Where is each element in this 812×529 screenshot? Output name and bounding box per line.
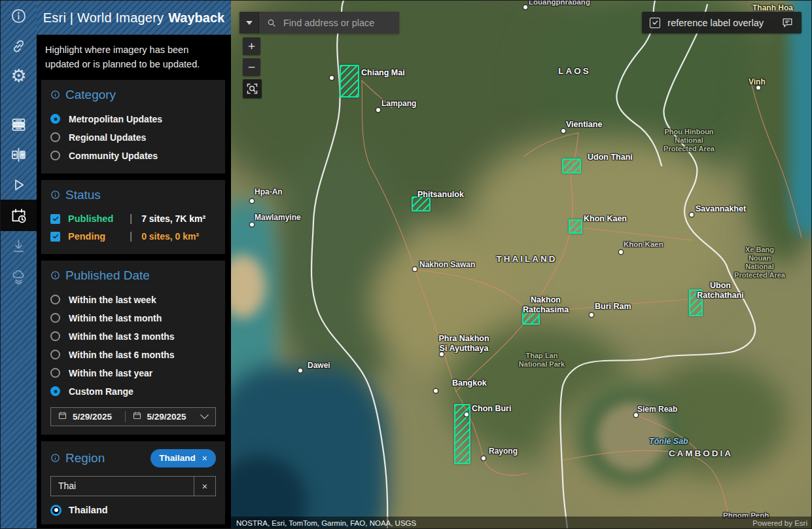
- date-range-picker[interactable]: 5/29/2025 5/29/2025: [50, 407, 216, 426]
- map-label: Vinh: [749, 77, 766, 86]
- date-to-field[interactable]: 5/29/2025: [126, 410, 200, 423]
- category-option[interactable]: Regional Updates: [50, 128, 216, 147]
- radio-selected[interactable]: [50, 114, 60, 124]
- map-search-placeholder: Find address or place: [283, 18, 374, 28]
- rail-play-icon[interactable]: [1, 170, 37, 200]
- map-searchbar: Find address or place: [239, 12, 399, 33]
- map-label: Phitsanulok: [417, 190, 464, 200]
- chip-close-icon[interactable]: ×: [202, 453, 207, 464]
- intro-text: Highlight where imagery has been updated…: [41, 41, 225, 80]
- map-label: Vientiane: [566, 120, 602, 130]
- separator: |: [130, 230, 132, 242]
- published-date-heading: Published Date: [65, 268, 150, 283]
- region-result-label: Thailand: [69, 505, 108, 515]
- category-section: Category Metropolitan UpdatesRegional Up…: [41, 80, 225, 173]
- city-dot: [440, 352, 444, 356]
- map-label: Thap Lan National Park: [519, 352, 565, 369]
- published-date-option[interactable]: Within the last 6 months: [50, 346, 216, 364]
- reference-overlay-checkbox[interactable]: [650, 18, 660, 28]
- check-icon: [652, 19, 659, 26]
- magnify-extent-button[interactable]: [243, 79, 262, 98]
- category-options: Metropolitan UpdatesRegional UpdatesComm…: [50, 110, 216, 165]
- radio-unselected[interactable]: [50, 151, 60, 160]
- map-label: Rayong: [489, 447, 518, 456]
- info-icon[interactable]: [50, 90, 60, 100]
- published-date-option-label: Within the last 6 months: [69, 350, 175, 360]
- region-chip-thailand[interactable]: Thailand ×: [150, 449, 216, 467]
- rail-info-icon[interactable]: [1, 1, 37, 31]
- region-search-input[interactable]: Thai ×: [50, 476, 216, 496]
- radio-unselected[interactable]: [50, 331, 60, 341]
- published-date-option-label: Within the last 3 months: [69, 331, 175, 342]
- search-icon: [266, 18, 277, 28]
- radio-unselected[interactable]: [50, 368, 60, 378]
- date-from-field[interactable]: 5/29/2025: [51, 410, 125, 423]
- radio-unselected[interactable]: [50, 132, 60, 142]
- radio-unselected[interactable]: [50, 295, 60, 304]
- region-search-value[interactable]: Thai: [51, 481, 194, 491]
- published-date-option[interactable]: Within the last week: [50, 291, 216, 309]
- map-label: Ubon Ratchathani: [697, 281, 744, 301]
- city-dot: [250, 223, 254, 227]
- info-icon[interactable]: [50, 190, 60, 200]
- caret-down-icon: [246, 21, 253, 25]
- city-dot: [590, 313, 593, 317]
- icon-rail: ⚙: [1, 1, 37, 529]
- zoom-in-button[interactable]: +: [243, 37, 260, 55]
- rail-link-icon[interactable]: [1, 31, 37, 61]
- calendar-icon: [58, 410, 67, 423]
- city-dot: [330, 76, 334, 80]
- city-dot: [619, 250, 623, 254]
- city-dot: [634, 413, 638, 417]
- map-label: Phou Hinboun National Protected Area: [663, 128, 715, 153]
- rail-download-icon[interactable]: [1, 231, 37, 261]
- info-icon[interactable]: [50, 270, 60, 280]
- category-option-label: Regional Updates: [69, 132, 146, 143]
- status-value: 0 sites, 0 km²: [141, 231, 199, 242]
- published-date-option[interactable]: Within the last 3 months: [50, 327, 216, 346]
- rail-cloud-layers-icon[interactable]: [1, 261, 37, 291]
- map-label: Khon Kaen: [624, 240, 663, 249]
- radio-selected[interactable]: [50, 505, 62, 516]
- map-label: Siem Reab: [637, 405, 677, 414]
- category-option[interactable]: Metropolitan Updates: [50, 110, 216, 128]
- reference-overlay-bar: reference label overlay: [642, 12, 802, 33]
- reference-overlay-label: reference label overlay: [667, 18, 764, 28]
- region-result-thailand[interactable]: Thailand: [50, 505, 216, 516]
- map-label: Nakhon Sawan: [419, 260, 475, 269]
- status-section: Status Published|7 sites, 7K km²Pending|…: [41, 180, 225, 254]
- published-date-option[interactable]: Within the last month: [50, 309, 216, 327]
- rail-swipe-icon[interactable]: [1, 139, 37, 170]
- published-date-section: Published Date Within the last weekWithi…: [41, 261, 225, 435]
- chevron-down-icon[interactable]: [200, 410, 209, 419]
- published-date-option[interactable]: Within the last year: [50, 364, 216, 382]
- rail-calendar-clock-icon[interactable]: [1, 200, 37, 231]
- city-dot: [690, 213, 694, 217]
- search-source-caret-button[interactable]: [239, 12, 259, 33]
- radio-unselected[interactable]: [50, 350, 60, 359]
- status-checkbox[interactable]: [50, 214, 60, 224]
- filter-panel: Highlight where imagery has been updated…: [37, 35, 231, 529]
- feedback-comment-icon[interactable]: [781, 16, 794, 29]
- chip-label: Thailand: [159, 453, 196, 463]
- calendar-icon: [132, 410, 142, 423]
- info-icon[interactable]: [50, 453, 60, 463]
- zoom-out-button[interactable]: −: [243, 58, 260, 76]
- map-labels-layer: LouangphrabangThanh HoaVinhLAOSChiang Ma…: [231, 1, 812, 529]
- city-dot: [561, 129, 565, 133]
- map-search-input[interactable]: Find address or place: [259, 12, 399, 33]
- published-date-option[interactable]: Custom Range: [50, 382, 216, 401]
- rail-gear-icon[interactable]: ⚙: [1, 61, 37, 91]
- clear-search-icon[interactable]: ×: [194, 477, 215, 496]
- map-canvas[interactable]: LouangphrabangThanh HoaVinhLAOSChiang Ma…: [231, 1, 812, 529]
- status-checkbox[interactable]: [50, 232, 60, 242]
- city-dot: [298, 369, 302, 373]
- radio-unselected[interactable]: [50, 313, 60, 323]
- category-option-label: Metropolitan Updates: [69, 114, 162, 124]
- category-option[interactable]: Community Updates: [50, 147, 216, 165]
- date-to-value: 5/29/2025: [147, 412, 186, 422]
- map-label: Hpa-An: [255, 187, 283, 196]
- radio-selected[interactable]: [50, 386, 60, 396]
- rail-layer-list-icon[interactable]: [1, 109, 37, 139]
- map-label: Xe Bang Nouan National Protected Area: [733, 246, 786, 280]
